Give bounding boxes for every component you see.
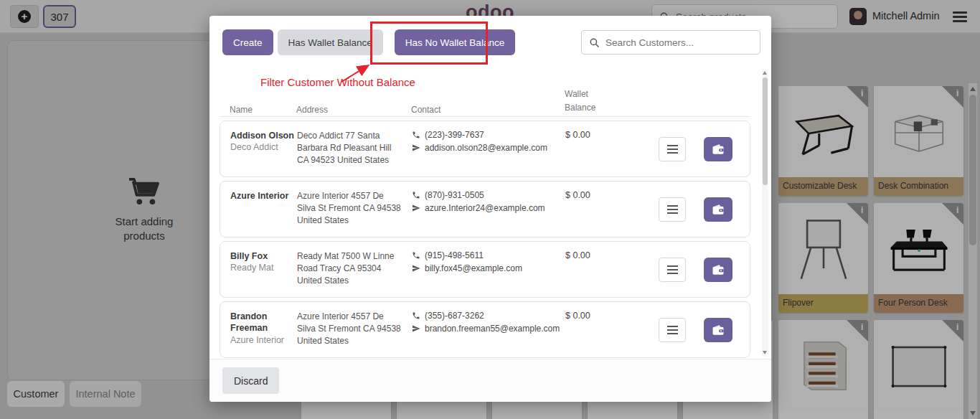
customer-phone: (870)-931-0505 — [425, 190, 484, 200]
customer-search-input[interactable] — [606, 37, 753, 48]
wallet-icon — [711, 202, 725, 217]
send-icon — [412, 204, 420, 212]
customer-company: Deco Addict — [230, 141, 297, 154]
phone-icon — [412, 311, 420, 320]
pos-app: + 307 odoo Mitchell Admin Start adding p… — [0, 0, 980, 419]
customer-name: Azure Interior — [230, 190, 297, 202]
customer-address: Azure Interior 4557 De Silva St Fremont … — [297, 311, 412, 347]
customer-search-box[interactable] — [581, 30, 760, 55]
customer-list-modal: Create Has Wallet Balance Has No Wallet … — [209, 16, 771, 402]
customer-phone: (355)-687-3262 — [425, 311, 484, 321]
modal-footer: Discard — [209, 359, 771, 402]
customer-details-button[interactable] — [659, 137, 686, 161]
customer-wallet-button[interactable] — [704, 137, 732, 161]
send-icon — [412, 264, 420, 273]
search-icon — [589, 37, 600, 48]
header-divider — [220, 116, 750, 117]
header-wallet-balance: Wallet Balance — [565, 88, 603, 115]
table-row[interactable]: Addison Olson Deco Addict Deco Addict 77… — [220, 121, 750, 177]
customer-wallet-button[interactable] — [704, 258, 732, 282]
table-row[interactable]: Billy Fox Ready Mat Ready Mat 7500 W Lin… — [220, 241, 750, 298]
send-icon — [412, 143, 420, 152]
customer-address: Ready Mat 7500 W Linne Road Tracy CA 953… — [297, 250, 412, 286]
customer-company: Ready Mat — [230, 262, 297, 275]
customer-email: azure.Interior24@example.com — [425, 203, 545, 213]
customer-email: addison.olson28@example.com — [425, 143, 547, 153]
customer-phone: (223)-399-7637 — [425, 130, 484, 140]
customer-address: Deco Addict 77 Santa Barbara Rd Pleasant… — [297, 130, 412, 166]
scrollbar-thumb[interactable] — [763, 77, 768, 185]
table-header: Name Address Contact Wallet Balance — [220, 88, 750, 115]
phone-icon — [412, 191, 420, 199]
send-icon — [412, 324, 420, 333]
header-contact: Contact — [411, 105, 565, 115]
wallet-icon — [711, 142, 725, 156]
wallet-icon — [711, 263, 725, 277]
customer-name: Brandon Freeman — [230, 311, 297, 334]
customer-email: billy.fox45@example.com — [425, 263, 522, 273]
customer-balance: $ 0.00 — [565, 250, 616, 260]
header-name: Name — [230, 105, 296, 115]
create-button[interactable]: Create — [222, 29, 273, 55]
phone-icon — [412, 131, 420, 139]
customer-details-button[interactable] — [659, 197, 686, 222]
modal-header: Create Has Wallet Balance Has No Wallet … — [222, 29, 515, 55]
customer-details-button[interactable] — [659, 318, 686, 342]
table-row[interactable]: Azure Interior Azure Interior 4557 De Si… — [220, 181, 750, 237]
customer-wallet-button[interactable] — [704, 197, 732, 222]
customer-wallet-button[interactable] — [704, 318, 732, 342]
wallet-icon — [711, 323, 725, 337]
header-address: Address — [296, 105, 411, 115]
customer-list: Addison Olson Deco Addict Deco Addict 77… — [220, 121, 750, 362]
phone-icon — [412, 251, 420, 260]
chevron-up-icon[interactable] — [763, 71, 767, 75]
customer-email: brandon.freeman55@example.com — [425, 324, 560, 334]
customer-company: Azure Interior — [230, 334, 297, 347]
customer-name: Addison Olson — [230, 130, 297, 141]
chevron-down-icon[interactable] — [763, 351, 767, 354]
discard-button[interactable]: Discard — [222, 367, 279, 394]
annotation-text: Filter Customer Without Balance — [260, 76, 415, 88]
has-no-wallet-balance-button[interactable]: Has No Wallet Balance — [395, 29, 515, 55]
table-row[interactable]: Brandon Freeman Azure Interior Azure Int… — [220, 301, 750, 358]
customer-details-button[interactable] — [659, 258, 686, 282]
customer-name: Billy Fox — [230, 250, 297, 262]
customer-balance: $ 0.00 — [565, 311, 616, 321]
has-wallet-balance-button[interactable]: Has Wallet Balance — [278, 29, 383, 55]
customer-balance: $ 0.00 — [565, 130, 616, 140]
customer-list-scrollbar[interactable] — [762, 69, 768, 357]
customer-phone: (915)-498-5611 — [425, 250, 484, 260]
customer-address: Azure Interior 4557 De Silva St Fremont … — [297, 190, 412, 226]
customer-balance: $ 0.00 — [565, 190, 616, 200]
